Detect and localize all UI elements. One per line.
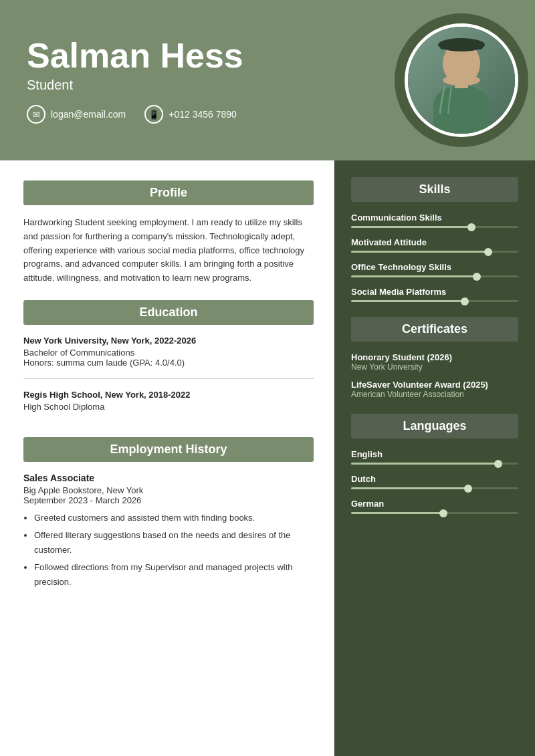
header-contacts: ✉ logan@email.com 📱 +012 3456 7890 — [27, 105, 388, 124]
main-content: Profile Hardworking Student seeking empl… — [0, 160, 535, 756]
languages-section: Languages English Dutch German — [351, 414, 518, 514]
edu-degree-1: Bachelor of Communications — [23, 348, 314, 358]
education-section: Education New York University, New York,… — [23, 300, 314, 422]
skill-name-0: Communication Skills — [351, 213, 518, 223]
skill-bar-0 — [351, 226, 518, 228]
header-left: Salman Hess Student ✉ logan@email.com 📱 … — [27, 37, 388, 124]
cert-item-1: LifeSaver Volunteer Award (2025) America… — [351, 380, 518, 399]
lang-item-2: German — [351, 499, 518, 514]
cert-org-1: American Volunteer Association — [351, 390, 518, 399]
skill-bar-1 — [351, 251, 518, 253]
skill-dot-0 — [467, 223, 475, 231]
skill-item-3: Social Media Platforms — [351, 287, 518, 302]
lang-item-1: Dutch — [351, 474, 518, 489]
certs-header: Certificates — [351, 317, 518, 342]
cert-title-1: LifeSaver Volunteer Award (2025) — [351, 380, 518, 390]
lang-dot-1 — [464, 485, 472, 493]
lang-name-0: English — [351, 449, 518, 459]
employment-section: Employment History Sales Associate Big A… — [23, 437, 314, 590]
bullet-1: Greeted customers and assisted them with… — [34, 511, 314, 525]
skill-dot-3 — [461, 297, 469, 305]
profile-text: Hardworking Student seeking employment. … — [23, 216, 314, 285]
edu-honors-1: Honors: summa cum laude (GPA: 4.0/4.0) — [23, 358, 314, 368]
lang-fill-1 — [351, 487, 468, 489]
candidate-title: Student — [27, 78, 388, 93]
cert-item-0: Honorary Student (2026) New York Univers… — [351, 352, 518, 372]
edu-entry-2: Regis High School, New York, 2018-2022 H… — [23, 390, 314, 422]
phone-icon: 📱 — [144, 105, 163, 124]
bullet-2: Offered literary suggestions based on th… — [34, 528, 314, 557]
skill-name-3: Social Media Platforms — [351, 287, 518, 297]
lang-bar-1 — [351, 487, 518, 489]
email-contact: ✉ logan@email.com — [27, 105, 126, 124]
skills-list: Communication Skills Motivated Attitude … — [351, 213, 518, 302]
email-value: logan@email.com — [51, 109, 126, 120]
cert-title-0: Honorary Student (2026) — [351, 352, 518, 362]
skill-dot-1 — [484, 248, 492, 256]
edu-school-2: Regis High School, New York, 2018-2022 — [23, 390, 314, 400]
skill-fill-0 — [351, 226, 471, 228]
edu-school-1: New York University, New York, 2022-2026 — [23, 336, 314, 346]
email-icon: ✉ — [27, 105, 45, 124]
lang-fill-0 — [351, 463, 498, 465]
candidate-name: Salman Hess — [27, 37, 388, 75]
right-column: Skills Communication Skills Motivated At… — [334, 160, 535, 756]
education-header: Education — [23, 300, 314, 325]
certs-list: Honorary Student (2026) New York Univers… — [351, 352, 518, 399]
photo-area — [388, 20, 508, 140]
lang-dot-2 — [439, 509, 447, 517]
skill-name-1: Motivated Attitude — [351, 237, 518, 247]
skill-fill-2 — [351, 275, 477, 277]
skill-bar-2 — [351, 275, 518, 277]
profile-photo — [405, 23, 518, 137]
job-dates-1: September 2023 - March 2026 — [23, 495, 314, 505]
phone-contact: 📱 +012 3456 7890 — [144, 105, 237, 124]
education-entries: New York University, New York, 2022-2026… — [23, 336, 314, 422]
bullet-3: Followed directions from my Supervisor a… — [34, 560, 314, 590]
svg-rect-5 — [455, 80, 468, 88]
skills-header: Skills — [351, 177, 518, 202]
profile-header: Profile — [23, 180, 314, 205]
svg-rect-3 — [440, 41, 483, 49]
job-company-1: Big Apple Bookstore, New York — [23, 485, 314, 495]
lang-item-0: English — [351, 449, 518, 465]
lang-name-1: Dutch — [351, 474, 518, 484]
lang-dot-0 — [494, 460, 502, 468]
edu-degree-2: High School Diploma — [23, 402, 314, 412]
photo-placeholder — [408, 27, 515, 134]
languages-list: English Dutch German — [351, 449, 518, 514]
edu-entry-1: New York University, New York, 2022-2026… — [23, 336, 314, 379]
skill-dot-2 — [473, 273, 481, 281]
skill-fill-3 — [351, 300, 465, 302]
cert-org-0: New York University — [351, 362, 518, 372]
languages-header: Languages — [351, 414, 518, 438]
skill-bar-3 — [351, 300, 518, 302]
lang-fill-2 — [351, 512, 443, 514]
skills-section: Skills Communication Skills Motivated At… — [351, 177, 518, 302]
job-bullets-1: Greeted customers and assisted them with… — [23, 511, 314, 590]
certs-section: Certificates Honorary Student (2026) New… — [351, 317, 518, 399]
phone-value: +012 3456 7890 — [169, 109, 237, 120]
header: Salman Hess Student ✉ logan@email.com 📱 … — [0, 0, 535, 160]
left-column: Profile Hardworking Student seeking empl… — [0, 160, 334, 756]
profile-section: Profile Hardworking Student seeking empl… — [23, 180, 314, 285]
skill-name-2: Office Technology Skills — [351, 262, 518, 272]
lang-name-2: German — [351, 499, 518, 509]
skill-item-2: Office Technology Skills — [351, 262, 518, 277]
skill-item-1: Motivated Attitude — [351, 237, 518, 253]
skill-item-0: Communication Skills — [351, 213, 518, 228]
job-title-1: Sales Associate — [23, 473, 314, 483]
skill-fill-1 — [351, 251, 488, 253]
lang-bar-0 — [351, 463, 518, 465]
employment-header: Employment History — [23, 437, 314, 462]
lang-bar-2 — [351, 512, 518, 514]
job-entry-1: Sales Associate Big Apple Bookstore, New… — [23, 473, 314, 590]
